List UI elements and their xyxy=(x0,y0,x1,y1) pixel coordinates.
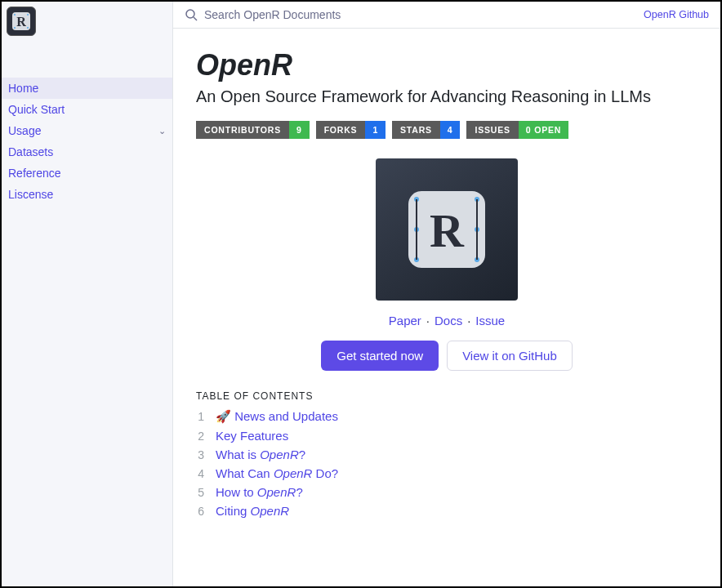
badge-label: FORKS xyxy=(316,121,366,139)
badge-label: ISSUES xyxy=(466,121,518,139)
app-logo[interactable]: R xyxy=(7,7,36,36)
sidebar-item-datasets[interactable]: Datasets xyxy=(2,141,172,163)
toc-link[interactable]: Citing OpenR xyxy=(216,504,289,518)
page-title: OpenR xyxy=(196,48,697,82)
badge-label: CONTRIBUTORS xyxy=(196,121,289,139)
separator: · xyxy=(426,314,430,327)
badges-row: CONTRIBUTORS9FORKS1STARS4ISSUES0 OPEN xyxy=(196,121,697,139)
toc-item: What Can OpenR Do? xyxy=(196,464,697,483)
logo-icon: R xyxy=(10,10,33,33)
toc-link[interactable]: What is OpenR? xyxy=(216,448,305,461)
svg-line-7 xyxy=(194,17,197,20)
svg-point-3 xyxy=(27,14,29,16)
sidebar-item-label: Quick Start xyxy=(8,103,65,116)
badge-value: 1 xyxy=(365,121,386,139)
toc-link[interactable]: How to OpenR? xyxy=(216,485,303,499)
hero-logo-icon: R xyxy=(402,185,492,274)
badge-label: STARS xyxy=(392,121,440,139)
badge-issues[interactable]: ISSUES0 OPEN xyxy=(466,121,568,139)
logo-container: R xyxy=(2,2,172,41)
svg-point-2 xyxy=(14,14,16,16)
search-icon xyxy=(185,8,198,21)
link-paper[interactable]: Paper xyxy=(389,314,421,327)
link-issue[interactable]: Issue xyxy=(475,314,505,327)
badge-stars[interactable]: STARS4 xyxy=(392,121,460,139)
sidebar-item-label: Datasets xyxy=(8,145,53,158)
sidebar-item-label: Usage xyxy=(8,124,41,137)
link-docs[interactable]: Docs xyxy=(435,314,462,327)
toc-item: How to OpenR? xyxy=(196,483,697,501)
badge-contributors[interactable]: CONTRIBUTORS9 xyxy=(196,121,310,139)
toc-item: What is OpenR? xyxy=(196,445,697,464)
cta-row: Get started now View it on GitHub xyxy=(321,341,573,371)
sidebar-item-label: Home xyxy=(8,82,38,95)
separator: · xyxy=(467,314,470,327)
sidebar-item-label: Reference xyxy=(8,167,61,180)
get-started-button[interactable]: Get started now xyxy=(321,341,439,371)
sidebar: R HomeQuick StartUsage⌄DatasetsReference… xyxy=(2,2,173,586)
toc-link[interactable]: Key Features xyxy=(216,429,288,443)
sidebar-item-usage[interactable]: Usage⌄ xyxy=(2,120,172,141)
toc-item: Key Features xyxy=(196,426,697,445)
svg-point-5 xyxy=(27,27,29,29)
sidebar-item-quick-start[interactable]: Quick Start xyxy=(2,99,172,120)
sidebar-item-reference[interactable]: Reference xyxy=(2,163,172,184)
hero: R Paper · Docs · Issue Get started now V… xyxy=(196,158,697,390)
search-input[interactable] xyxy=(204,8,637,21)
toc-item: 🚀 News and Updates xyxy=(196,407,697,426)
hero-logo: R xyxy=(376,158,518,301)
badge-value: 9 xyxy=(289,121,310,139)
badge-value: 4 xyxy=(440,121,461,139)
sidebar-item-liscense[interactable]: Liscense xyxy=(2,184,172,205)
toc-list: 🚀 News and UpdatesKey FeaturesWhat is Op… xyxy=(196,407,697,520)
svg-point-6 xyxy=(186,10,194,18)
main: OpenR Github OpenR An Open Source Framew… xyxy=(173,2,720,586)
badge-forks[interactable]: FORKS1 xyxy=(316,121,386,139)
view-github-button[interactable]: View it on GitHub xyxy=(447,341,573,371)
sidebar-nav: HomeQuick StartUsage⌄DatasetsReferenceLi… xyxy=(2,78,172,205)
sidebar-item-home[interactable]: Home xyxy=(2,78,172,99)
chevron-down-icon: ⌄ xyxy=(158,126,166,136)
content: OpenR An Open Source Framework for Advan… xyxy=(173,29,720,586)
hero-links: Paper · Docs · Issue xyxy=(389,314,505,327)
page-subtitle: An Open Source Framework for Advancing R… xyxy=(196,87,697,106)
toc-link[interactable]: What Can OpenR Do? xyxy=(216,466,338,480)
github-link[interactable]: OpenR Github xyxy=(644,9,709,20)
sidebar-item-label: Liscense xyxy=(8,188,53,201)
toc-title: TABLE OF CONTENTS xyxy=(196,390,697,402)
toc-link[interactable]: 🚀 News and Updates xyxy=(216,409,338,424)
svg-text:R: R xyxy=(16,15,26,29)
topbar: OpenR Github xyxy=(173,2,720,29)
badge-value: 0 OPEN xyxy=(519,121,568,139)
toc-item: Citing OpenR xyxy=(196,501,697,520)
svg-text:R: R xyxy=(430,204,465,257)
svg-point-4 xyxy=(14,27,16,29)
